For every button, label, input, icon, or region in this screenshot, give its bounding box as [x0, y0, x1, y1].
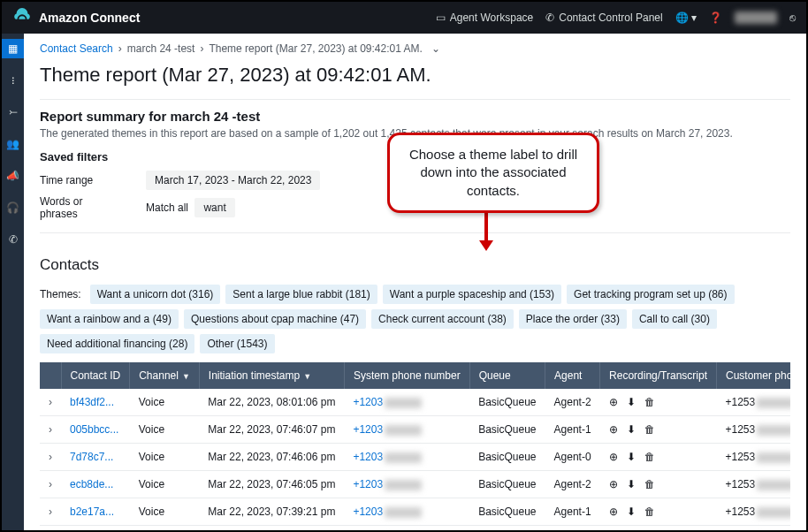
breadcrumb-contact-search[interactable]: Contact Search	[40, 42, 113, 55]
table-row: ›4ffc14f...VoiceMar 22, 2023, 07:31:07 p…	[40, 526, 790, 531]
delete-icon[interactable]: 🗑	[644, 396, 655, 408]
logout-button[interactable]: ⎋	[789, 11, 796, 24]
ccp-button[interactable]: ✆ Contact Control Panel	[545, 11, 662, 24]
language-button[interactable]: 🌐 ▾	[675, 11, 697, 24]
breadcrumb-run[interactable]: march 24 -test	[127, 42, 195, 55]
table-row: ›b2e17a...VoiceMar 22, 2023, 07:39:21 pm…	[40, 498, 790, 526]
theme-chip[interactable]: Call to call (30)	[632, 309, 717, 329]
theme-chip[interactable]: Want a rainbow and a (49)	[40, 309, 179, 329]
col-recording[interactable]: Recording/Transcript	[600, 362, 717, 389]
play-icon[interactable]: ⊕	[609, 505, 618, 518]
brand-title: Amazon Connect	[39, 11, 140, 25]
delete-icon[interactable]: 🗑	[644, 423, 655, 436]
download-icon[interactable]: ⬇	[627, 451, 636, 463]
cell-agent: Agent-2	[545, 389, 600, 416]
contact-id-link[interactable]: 7d78c7...	[70, 451, 113, 463]
cell-channel: Voice	[130, 416, 200, 444]
cell-sys-phone: +1203	[344, 471, 469, 498]
expand-row-button[interactable]: ›	[40, 526, 61, 531]
cell-channel: Voice	[130, 471, 200, 498]
cell-queue: BasicQueue	[469, 471, 545, 498]
contact-id-link[interactable]: bf43df2...	[70, 396, 114, 408]
sidebar-item-routing[interactable]: ⤚	[2, 103, 24, 122]
cell-sys-phone: +1203	[344, 389, 469, 416]
cell-cust-phone: +1253	[717, 444, 791, 471]
cell-recording: ⊕⬇🗑	[600, 389, 717, 416]
time-range-value: March 17, 2023 - March 22, 2023	[146, 171, 320, 190]
cell-timestamp: Mar 22, 2023, 07:31:07 pm	[199, 526, 344, 531]
col-sys-phone[interactable]: System phone number	[344, 362, 469, 389]
col-contact-id[interactable]: Contact ID	[61, 362, 130, 389]
cell-channel: Voice	[130, 389, 200, 416]
download-icon[interactable]: ⬇	[627, 478, 636, 490]
col-init-ts[interactable]: Initiation timestamp▼	[199, 362, 344, 389]
contacts-panel: Contacts Themes: Want a unicorn dot (316…	[40, 232, 790, 530]
cell-agent: Agent-1	[545, 498, 600, 526]
contacts-table-wrap[interactable]: Contact ID Channel▼ Initiation timestamp…	[40, 362, 790, 530]
main-content: Contact Search › march 24 -test › Theme …	[24, 34, 806, 530]
breadcrumb-report: Theme report (Mar 27, 2023) at 09:42:01 …	[209, 42, 422, 55]
table-row: ›ecb8de...VoiceMar 22, 2023, 07:46:05 pm…	[40, 471, 790, 498]
delete-icon[interactable]: 🗑	[644, 478, 655, 490]
cell-agent: Agent-2	[545, 471, 600, 498]
sidebar-item-users[interactable]: 👥	[2, 134, 24, 154]
page-title: Theme report (Mar 27, 2023) at 09:42:01 …	[40, 64, 790, 87]
obscured-username	[735, 11, 777, 24]
contact-id-link[interactable]: 005bbcc...	[70, 423, 118, 436]
cell-queue: BasicQueue	[469, 526, 545, 531]
expand-row-button[interactable]: ›	[40, 416, 61, 444]
sidebar-item-headset[interactable]: 🎧	[2, 198, 24, 217]
cell-channel: Voice	[130, 498, 200, 526]
col-expand	[40, 362, 61, 389]
cell-queue: BasicQueue	[469, 444, 545, 471]
play-icon[interactable]: ⊕	[609, 451, 618, 463]
expand-row-button[interactable]: ›	[40, 471, 61, 498]
cell-channel: Voice	[130, 526, 200, 531]
contact-id-link[interactable]: ecb8de...	[70, 478, 113, 490]
top-bar: Amazon Connect ▭ Agent Workspace ✆ Conta…	[2, 2, 806, 34]
cell-timestamp: Mar 22, 2023, 07:46:05 pm	[199, 471, 344, 498]
expand-row-button[interactable]: ›	[40, 498, 61, 526]
cell-sys-phone: +1203	[344, 498, 469, 526]
col-agent[interactable]: Agent	[545, 362, 600, 389]
theme-chip[interactable]: Want a purple spaceship and (153)	[383, 285, 561, 304]
sidebar-item-phone[interactable]: ✆	[2, 230, 24, 249]
theme-chip[interactable]: Check current account (38)	[371, 309, 514, 329]
words-label: Words or phrases	[40, 195, 119, 220]
sidebar-item-metrics[interactable]: ⫶	[2, 71, 24, 90]
cell-channel: Voice	[130, 444, 200, 471]
theme-chip[interactable]: Questions about cpap machine (47)	[184, 309, 366, 329]
expand-row-button[interactable]: ›	[40, 444, 61, 471]
agent-workspace-button[interactable]: ▭ Agent Workspace	[436, 11, 534, 24]
sidebar-item-dashboard[interactable]: ▦	[2, 39, 24, 58]
delete-icon[interactable]: 🗑	[644, 505, 655, 518]
download-icon[interactable]: ⬇	[627, 423, 636, 436]
download-icon[interactable]: ⬇	[627, 505, 636, 518]
theme-chip[interactable]: Need additional financing (28)	[40, 334, 194, 353]
cell-recording: ⊕⬇🗑	[600, 416, 717, 444]
table-row: ›005bbcc...VoiceMar 22, 2023, 07:46:07 p…	[40, 416, 790, 444]
col-channel[interactable]: Channel▼	[130, 362, 200, 389]
col-queue[interactable]: Queue	[469, 362, 545, 389]
cell-cust-phone: +1253	[717, 498, 791, 526]
help-button[interactable]: ❓	[709, 11, 722, 24]
col-cust-phone[interactable]: Customer phone number	[717, 362, 791, 389]
delete-icon[interactable]: 🗑	[644, 451, 655, 463]
expand-row-button[interactable]: ›	[40, 389, 61, 416]
cell-queue: BasicQueue	[469, 498, 545, 526]
theme-chip[interactable]: Other (1543)	[200, 334, 274, 353]
theme-chip[interactable]: Sent a large blue rabbit (181)	[225, 285, 377, 304]
cell-recording: ⊕⬇🗑	[600, 526, 717, 531]
theme-chip[interactable]: Want a unicorn dot (316)	[90, 285, 221, 304]
theme-chip[interactable]: Get tracking program set up (86)	[567, 285, 734, 304]
download-icon[interactable]: ⬇	[627, 396, 636, 408]
sidebar-item-announce[interactable]: 📣	[2, 166, 24, 186]
annotation-arrow	[479, 212, 493, 251]
play-icon[interactable]: ⊕	[609, 478, 618, 490]
theme-chip[interactable]: Place the order (33)	[519, 309, 627, 329]
contact-id-link[interactable]: b2e17a...	[70, 505, 114, 518]
play-icon[interactable]: ⊕	[609, 396, 618, 408]
play-icon[interactable]: ⊕	[609, 423, 618, 436]
cell-queue: BasicQueue	[469, 389, 545, 416]
chevron-down-icon[interactable]: ⌄	[431, 42, 440, 55]
